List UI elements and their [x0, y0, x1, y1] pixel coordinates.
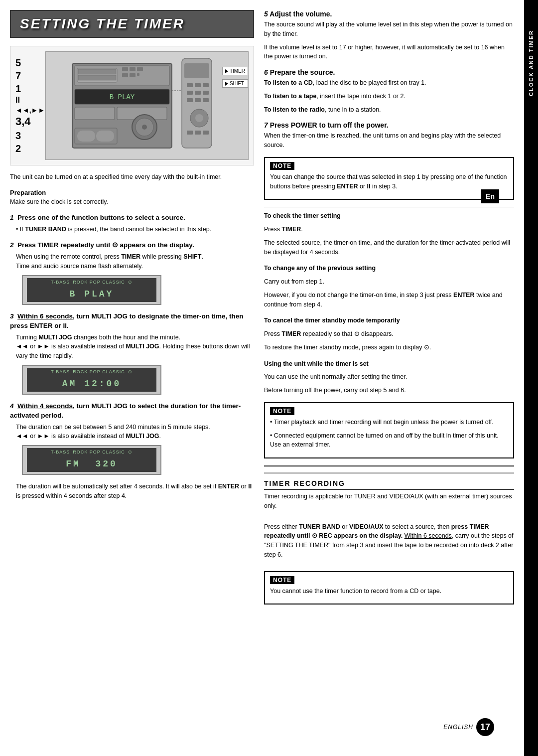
change-setting-line1: Carry out from step 1.	[264, 277, 514, 287]
svg-rect-19	[77, 131, 95, 142]
svg-rect-9	[130, 73, 135, 77]
change-setting-line2: However, if you do not change the timer-…	[264, 291, 514, 309]
step-2: 2 Press TIMER repeatedly until ⊙ appears…	[10, 241, 254, 304]
cancel-timer-line1: Press TIMER repeatedly so that ⊙ disappe…	[264, 329, 514, 339]
svg-rect-23	[187, 83, 193, 87]
note-text-2b: • Connected equipment cannot be turned o…	[270, 431, 508, 450]
shift-label: SHIFT	[222, 79, 248, 88]
display-inner-step4: T-BASS ROCK POP CLASSIC ⊙ FM 320	[27, 448, 156, 472]
step-6-bullet3: To listen to the radio, tune in to a sta…	[264, 105, 514, 115]
page-number-area: ENGLISH 17	[443, 718, 494, 736]
timer-label: TIMER	[222, 67, 248, 75]
using-unit-subsection: Using the unit while the timer is set Yo…	[264, 359, 514, 395]
svg-rect-8	[122, 73, 128, 77]
main-content: Setting the Timer 5 7 1 II ◄◄,►► 3,4 3 2	[0, 0, 524, 756]
step-7-header: 7 Press POWER to turn off the power.	[264, 121, 514, 129]
using-unit-title: Using the unit while the timer is set	[264, 359, 514, 369]
step-2-body: When using the remote control, press TIM…	[16, 252, 254, 305]
svg-rect-28	[203, 91, 209, 95]
check-timer-subsection: To check the timer setting Press TIMER. …	[264, 211, 514, 257]
note-title-3: NOTE	[270, 576, 294, 584]
svg-rect-26	[187, 91, 193, 95]
divider-1	[264, 207, 514, 207]
step-3-header: 3 Within 6 seconds, turn MULTI JOG to de…	[10, 312, 254, 331]
timer-recording-para1: Timer recording is applicable for TUNER …	[264, 492, 514, 511]
label-2: 2	[15, 142, 45, 155]
timer-recording-title: Timer Recording	[264, 479, 514, 490]
step-6-bullet1: To listen to a CD, load the disc to be p…	[264, 78, 514, 88]
note-text-1: You can change the source that was selec…	[270, 172, 508, 191]
step-2-header: 2 Press TIMER repeatedly until ⊙ appears…	[10, 241, 254, 250]
step-1: 1 Press one of the function buttons to s…	[10, 213, 254, 234]
left-column: Setting the Timer 5 7 1 II ◄◄,►► 3,4 3 2	[10, 10, 254, 746]
note-title-1: NOTE	[270, 162, 294, 170]
step-3: 3 Within 6 seconds, turn MULTI JOG to de…	[10, 312, 254, 395]
svg-rect-4	[78, 75, 116, 80]
intro-text: The unit can be turned on at a specified…	[10, 172, 254, 182]
note-text-3: You cannot use the timer function to rec…	[270, 587, 508, 596]
svg-rect-13	[75, 107, 115, 120]
step-7-text: When the timer-on time is reached, the u…	[264, 131, 514, 150]
svg-rect-27	[195, 91, 201, 95]
page: Clock and Timer Setting the Timer 5 7 1 …	[0, 0, 538, 756]
step-4-note: The duration will be automatically set a…	[16, 482, 254, 501]
sidebar-right: Clock and Timer	[524, 0, 538, 756]
change-setting-title: To change any of the previous setting	[264, 264, 514, 273]
cancel-timer-title: To cancel the timer standby mode tempora…	[264, 316, 514, 325]
svg-text:B PLAY: B PLAY	[110, 93, 135, 101]
step-3-body: Turning MULTI JOG changes both the hour …	[16, 333, 254, 395]
label-ii: II	[15, 95, 45, 106]
step-4-body: The duration can be set between 5 and 24…	[16, 423, 254, 475]
label-1: 1	[15, 82, 45, 95]
svg-rect-25	[203, 83, 209, 87]
label-rw-ff: ◄◄,►►	[15, 106, 45, 115]
note-title-2: NOTE	[270, 407, 294, 415]
note-box-3: NOTE You cannot use the timer function t…	[264, 571, 514, 605]
label-7: 7	[15, 69, 45, 82]
check-timer-line2: The selected source, the timer-on time, …	[264, 238, 514, 257]
svg-rect-20	[96, 131, 114, 142]
svg-rect-35	[195, 131, 201, 135]
svg-rect-7	[137, 67, 143, 71]
svg-rect-24	[195, 83, 201, 87]
label-5: 5	[15, 56, 45, 69]
page-number: 17	[476, 718, 494, 736]
step-5-header: 5 Adjust the volume.	[264, 10, 514, 18]
display-step4: T-BASS ROCK POP CLASSIC ⊙ FM 320	[22, 445, 161, 475]
right-column: 5 Adjust the volume. The source sound wi…	[264, 10, 514, 746]
step-5-text1: The source sound will play at the volume…	[264, 20, 514, 39]
change-setting-subsection: To change any of the previous setting Ca…	[264, 264, 514, 309]
using-unit-line1: You can use the unit normally after sett…	[264, 372, 514, 382]
display-inner-step3: T-BASS ROCK POP CLASSIC ⊙ AM 12:00	[27, 368, 156, 392]
timer-recording-para2: Press either TUNER BAND or VIDEO/AUX to …	[264, 522, 514, 560]
step-1-bullet: • If TUNER BAND is pressed, the band can…	[23, 225, 254, 234]
check-timer-line1: Press TIMER.	[264, 225, 514, 234]
svg-rect-3	[78, 69, 116, 74]
step-4-header: 4 Within 4 seconds, turn MULTI JOG to se…	[10, 402, 254, 421]
display-step3: T-BASS ROCK POP CLASSIC ⊙ AM 12:00	[22, 365, 161, 395]
display-step2: T-BASS ROCK POP CLASSIC ⊙ B PLAY	[22, 275, 161, 305]
sidebar-label: Clock and Timer	[528, 30, 534, 96]
svg-rect-6	[130, 67, 135, 71]
step-1-body: • If TUNER BAND is pressed, the band can…	[16, 225, 254, 234]
check-timer-title: To check the timer setting	[264, 211, 514, 221]
label-3: 3	[15, 129, 45, 142]
using-unit-line2: Before turning off the power, carry out …	[264, 386, 514, 395]
device-labels: 5 7 1 II ◄◄,►► 3,4 3 2	[15, 51, 45, 160]
title-banner: Setting the Timer	[10, 10, 254, 38]
svg-rect-10	[137, 73, 139, 76]
label-34: 3,4	[15, 115, 45, 129]
device-image-area: 5 7 1 II ◄◄,►► 3,4 3 2	[10, 46, 254, 165]
timer-recording-section: Timer Recording Timer recording is appli…	[264, 472, 514, 560]
step-4: 4 Within 4 seconds, turn MULTI JOG to se…	[10, 402, 254, 475]
svg-point-17	[142, 125, 147, 130]
device-image: B PLAY	[45, 51, 249, 160]
step-6-header: 6 Prepare the source.	[264, 68, 514, 76]
svg-rect-29	[187, 98, 193, 102]
svg-rect-5	[122, 67, 128, 71]
cancel-timer-subsection: To cancel the timer standby mode tempora…	[264, 316, 514, 352]
svg-rect-31	[203, 98, 209, 102]
step-7-section: 7 Press POWER to turn off the power. Whe…	[264, 121, 514, 150]
note-text-2a: • Timer playback and timer recording wil…	[270, 418, 508, 427]
divider-2	[264, 465, 514, 467]
